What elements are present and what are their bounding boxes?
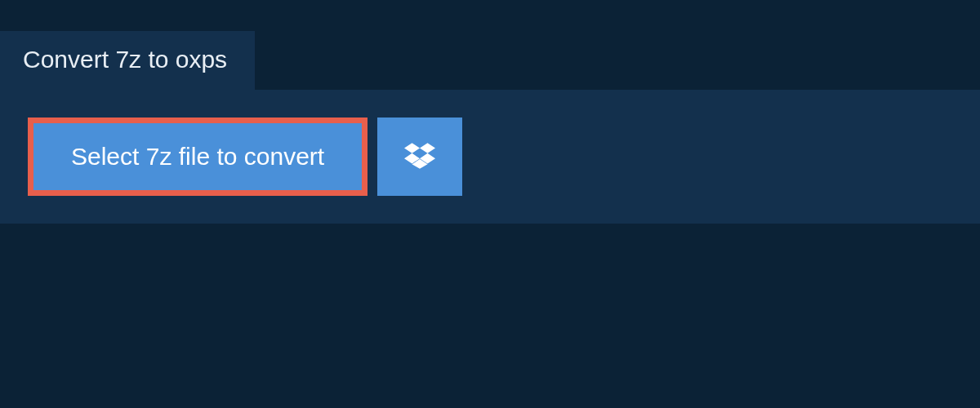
- tab-label: Convert 7z to oxps: [23, 46, 227, 73]
- button-row: Select 7z file to convert: [28, 118, 952, 196]
- tab-convert[interactable]: Convert 7z to oxps: [0, 31, 255, 90]
- select-file-label: Select 7z file to convert: [71, 143, 324, 171]
- convert-panel: Select 7z file to convert: [0, 90, 980, 224]
- select-file-button[interactable]: Select 7z file to convert: [28, 118, 368, 196]
- dropbox-icon: [404, 140, 435, 174]
- dropbox-button[interactable]: [377, 118, 462, 196]
